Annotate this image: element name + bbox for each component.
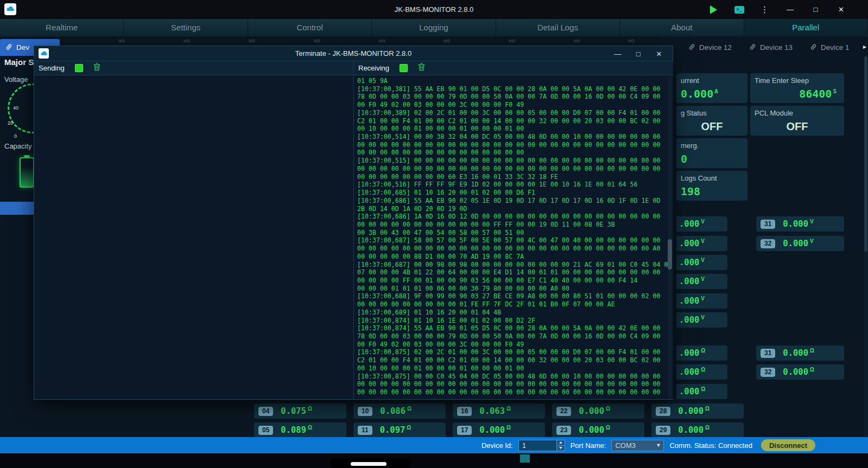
cell-partial: .000V bbox=[676, 274, 727, 289]
sending-header: Sending bbox=[34, 61, 353, 75]
stepper-up-button[interactable] bbox=[557, 440, 565, 445]
cell: 100.086Ω bbox=[353, 403, 446, 419]
stepper-down-button[interactable] bbox=[557, 445, 565, 451]
cell: 050.089Ω bbox=[254, 422, 346, 438]
receiving-log[interactable]: 01 05 9A[10:37:00,381] 55 AA EB 90 01 00… bbox=[354, 75, 673, 399]
cell-value: 0.000 bbox=[678, 406, 704, 416]
device-tab-device-13[interactable]: Device 13 bbox=[742, 39, 802, 56]
hex-line: 00 00 00 01 01 01 00 06 00 00 30 79 80 0… bbox=[357, 285, 673, 293]
tab-settings[interactable]: Settings bbox=[124, 19, 248, 36]
cell-number-badge: 10 bbox=[358, 407, 372, 416]
cell-unit: Ω bbox=[810, 367, 814, 373]
cell-unit: Ω bbox=[407, 425, 411, 431]
cell-value: 0.000 bbox=[579, 406, 604, 416]
terminal-button[interactable]: >_ bbox=[726, 0, 752, 19]
cell-value: .000 bbox=[679, 239, 699, 248]
tab-logging[interactable]: Logging bbox=[372, 19, 496, 36]
minimize-button[interactable]: — bbox=[777, 0, 803, 19]
cell-unit: Ω bbox=[705, 425, 709, 431]
cell-unit: Ω bbox=[407, 406, 411, 412]
cell-value: .000 bbox=[679, 348, 699, 358]
stat-emerg: merg. 0 bbox=[676, 138, 747, 168]
tab-detail-logs[interactable]: Detail Logs bbox=[496, 19, 620, 36]
stat-pcl-label: PCL Module bbox=[755, 109, 793, 117]
selected-list-item[interactable] bbox=[0, 202, 38, 215]
hex-line: [10:37:00,874] 55 AA EB 90 01 05 D5 0C 0… bbox=[357, 324, 673, 332]
hex-line: [10:37:00,381] 55 AA EB 90 01 00 D5 0C 0… bbox=[357, 85, 673, 93]
device-tab-label: Device 12 bbox=[699, 43, 732, 52]
device-id-stepper[interactable] bbox=[518, 440, 565, 451]
close-button[interactable]: ✕ bbox=[828, 0, 854, 19]
cell-value: 0.000 bbox=[678, 425, 704, 435]
maximize-button[interactable]: □ bbox=[803, 0, 828, 19]
ui-fragment bbox=[520, 454, 530, 463]
status-bar: Device Id: Port Name: COM3 ▼ Comm. Statu… bbox=[0, 437, 868, 453]
cell: 040.075Ω bbox=[254, 403, 346, 419]
cell: 280.000Ω bbox=[651, 403, 744, 419]
tab-control[interactable]: Control bbox=[248, 19, 372, 36]
port-name-select[interactable]: COM3 ▼ bbox=[611, 440, 664, 451]
cell-unit: Ω bbox=[506, 425, 511, 431]
cell-number-badge: 16 bbox=[457, 407, 472, 416]
page-scrollbar-thumb[interactable] bbox=[864, 56, 867, 252]
stepper-buttons bbox=[556, 440, 565, 451]
device-id-input[interactable] bbox=[519, 440, 556, 451]
cell-unit: Ω bbox=[701, 367, 705, 373]
close-icon: ✕ bbox=[838, 5, 844, 14]
link-broken-icon bbox=[749, 43, 756, 52]
cell: 160.063Ω bbox=[453, 403, 545, 419]
link-broken-icon bbox=[810, 43, 817, 52]
receiving-label: Receiving bbox=[358, 64, 389, 72]
cell: 290.000Ω bbox=[651, 422, 744, 438]
hex-line: [10:37:00,688] 9F 00 99 00 90 03 27 BE C… bbox=[357, 292, 673, 300]
dialog-minimize-button[interactable]: — bbox=[607, 50, 628, 58]
cell-number-badge: 17 bbox=[457, 426, 472, 435]
tab-about[interactable]: About bbox=[620, 19, 744, 36]
receiving-scrollbar-thumb[interactable] bbox=[668, 239, 672, 270]
dialog-close-button[interactable]: ✕ bbox=[649, 50, 669, 58]
dialog-maximize-button[interactable]: □ bbox=[628, 50, 649, 58]
cell-value: .000 bbox=[679, 258, 699, 267]
cell-number-badge: 32 bbox=[761, 239, 775, 248]
device-tab-device-12[interactable]: Device 12 bbox=[681, 39, 742, 56]
cell-value: 0.000 bbox=[783, 219, 808, 229]
gauge-tick: 40 bbox=[13, 105, 18, 111]
cell-value: 0.000 bbox=[783, 348, 808, 358]
dialog-body: Sending Receiving 01 05 9A[10 bbox=[34, 61, 673, 399]
device-tab-device-1[interactable]: Device 1 bbox=[802, 39, 863, 56]
disconnect-button[interactable]: Disconnect bbox=[761, 439, 815, 451]
cell-partial: .000V bbox=[676, 312, 727, 328]
dialog-titlebar[interactable]: Terminate - JK-BMS-MONITOR 2.8.0 — □ ✕ bbox=[34, 46, 673, 61]
menu-button[interactable]: ⋮ bbox=[752, 0, 777, 19]
play-icon bbox=[710, 5, 717, 14]
receiving-clear-button[interactable] bbox=[418, 63, 425, 73]
cell: 230.000Ω bbox=[552, 422, 644, 438]
cell-value: 0.000 bbox=[479, 425, 505, 435]
run-button[interactable] bbox=[701, 0, 726, 19]
sending-stop-button[interactable] bbox=[75, 64, 83, 72]
hex-line: [10:37:00,686] 1A 0D 16 0D 12 0D 00 00 0… bbox=[357, 213, 673, 221]
nav-tab-bar: RealtimeSettingsControlLoggingDetail Log… bbox=[0, 19, 868, 36]
receiving-scrollbar[interactable] bbox=[668, 76, 672, 398]
cell-partial: .000V bbox=[676, 216, 727, 232]
receiving-stop-button[interactable] bbox=[400, 64, 408, 72]
trash-icon bbox=[93, 63, 100, 71]
hex-line: [10:37:00,685] 01 10 16 20 00 01 02 00 0… bbox=[357, 189, 673, 197]
cell: 310.000V bbox=[756, 216, 844, 232]
port-name-value: COM3 bbox=[615, 441, 636, 450]
hex-line: 01 05 9A bbox=[357, 77, 673, 85]
page-scrollbar[interactable] bbox=[864, 56, 867, 437]
hex-line: 00 00 00 00 00 00 00 00 00 00 00 00 00 0… bbox=[357, 380, 673, 388]
sending-clear-button[interactable] bbox=[93, 63, 100, 73]
cell-unit: Ω bbox=[506, 406, 511, 412]
stat-logs-count: Logs Count 198 bbox=[676, 171, 747, 201]
trash-icon bbox=[418, 63, 425, 71]
cell-value: 0.000 bbox=[783, 367, 808, 377]
titlebar[interactable]: JK-BMS-MONITOR 2.8.0 >_ ⋮ — □ ✕ bbox=[0, 0, 868, 19]
tab-realtime[interactable]: Realtime bbox=[0, 19, 124, 36]
cell-unit: V bbox=[701, 257, 705, 263]
tab-parallel[interactable]: Parallel bbox=[744, 19, 868, 36]
tab-scroll-right-icon[interactable]: ▸ bbox=[863, 43, 866, 50]
sending-log[interactable] bbox=[34, 75, 353, 399]
hex-line: 78 0D 00 00 03 00 00 00 79 0D 00 00 50 0… bbox=[357, 93, 673, 101]
